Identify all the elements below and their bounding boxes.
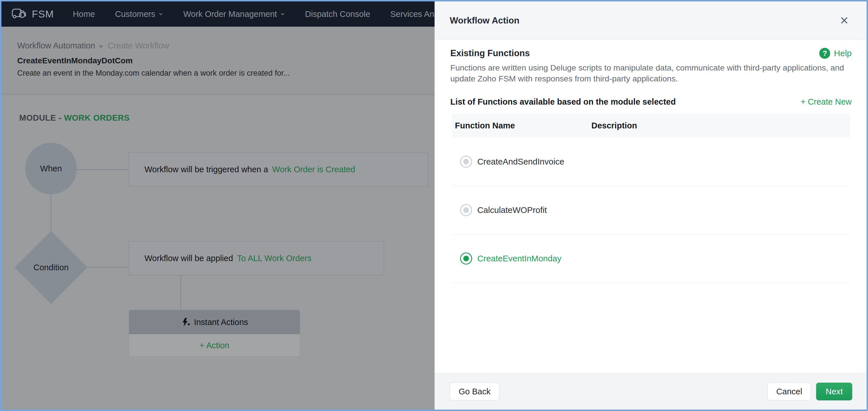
- add-action-label: + Action: [199, 341, 229, 350]
- breadcrumb: Workflow Automation ▸ Create Workflow: [17, 27, 435, 51]
- applied-value-link[interactable]: To ALL Work Orders: [237, 254, 312, 263]
- page-header: Workflow Automation ▸ Create Workflow Cr…: [1, 27, 435, 94]
- create-new-link[interactable]: + Create New: [801, 97, 852, 106]
- connector-condition-applied: [87, 267, 128, 268]
- nav-item-home[interactable]: Home: [73, 9, 95, 19]
- panel-title: Workflow Action: [450, 15, 520, 26]
- main-page-dimmed: FSM Home Customers Work Order Management…: [1, 1, 435, 410]
- when-node[interactable]: When: [25, 143, 77, 194]
- instant-actions-title: Instant Actions: [194, 318, 248, 327]
- radio-button[interactable]: [460, 253, 472, 264]
- nav-item-label: Services And: [390, 9, 435, 19]
- instant-actions-box: Instant Actions + Action: [129, 310, 300, 357]
- nav-item-services-and[interactable]: Services And: [390, 9, 435, 19]
- chevron-down-icon: [280, 12, 285, 16]
- workflow-name: CreateEventInMondayDotCom: [17, 56, 435, 65]
- list-header-row: List of Functions available based on the…: [450, 97, 852, 106]
- cancel-button[interactable]: Cancel: [767, 383, 811, 401]
- column-description: Description: [591, 121, 637, 130]
- trigger-box[interactable]: Workflow will be triggered when a Work O…: [128, 152, 428, 187]
- breadcrumb-create-workflow: Create Workflow: [108, 41, 169, 51]
- help-link[interactable]: ? Help: [819, 48, 852, 59]
- section-header: Existing Functions ? Help: [450, 48, 852, 59]
- connector-when-trigger: [77, 169, 128, 170]
- section-description: Functions are written using Deluge scrip…: [450, 62, 852, 84]
- next-button[interactable]: Next: [816, 383, 852, 401]
- close-icon[interactable]: ✕: [840, 15, 849, 26]
- when-node-label: When: [40, 164, 62, 173]
- trigger-value-link[interactable]: Work Order is Created: [272, 165, 355, 174]
- go-back-button[interactable]: Go Back: [450, 383, 499, 401]
- function-row-calculate-wo-profit[interactable]: CalculateWOProfit: [452, 186, 850, 234]
- top-navbar: FSM Home Customers Work Order Management…: [1, 1, 435, 27]
- help-question-icon: ?: [819, 48, 830, 59]
- applied-box[interactable]: Workflow will be applied To ALL Work Ord…: [128, 241, 384, 276]
- connector-applied-actions: [180, 276, 181, 311]
- trigger-text: Workflow will be triggered when a: [145, 165, 268, 174]
- workflow-action-panel: Workflow Action ✕ Existing Functions ? H…: [435, 1, 867, 410]
- nav-item-customers[interactable]: Customers: [115, 9, 163, 19]
- module-label: MODULE -: [19, 113, 61, 122]
- function-row-create-event-in-monday[interactable]: CreateEventInMonday: [452, 234, 850, 283]
- condition-label-text: Condition: [34, 263, 69, 272]
- module-line: MODULE - WORK ORDERS: [19, 113, 130, 123]
- chevron-down-icon: [158, 12, 163, 16]
- fsm-van-logo-icon: [11, 7, 27, 21]
- list-title: List of Functions available based on the…: [450, 97, 676, 106]
- function-row-create-and-send-invoice[interactable]: CreateAndSendInvoice: [452, 137, 850, 186]
- breadcrumb-workflow-automation[interactable]: Workflow Automation: [17, 41, 95, 51]
- applied-text: Workflow will be applied: [145, 254, 233, 263]
- panel-header: Workflow Action ✕: [435, 1, 867, 40]
- workflow-description: Create an event in the Monday.com calend…: [17, 69, 435, 78]
- lightning-plus-icon: [181, 318, 190, 327]
- connector-when-condition: [51, 194, 51, 232]
- nav-item-label: Work Order Management: [183, 9, 277, 19]
- nav-item-label: Dispatch Console: [305, 9, 370, 19]
- panel-footer: Go Back Cancel Next: [435, 373, 867, 410]
- help-label: Help: [834, 49, 852, 58]
- functions-table: Function Name Description CreateAndSendI…: [452, 114, 850, 283]
- nav-item-label: Home: [73, 9, 95, 19]
- nav-items: Home Customers Work Order Management Dis…: [73, 9, 435, 19]
- function-name: CreateAndSendInvoice: [477, 157, 564, 166]
- column-function-name: Function Name: [452, 121, 591, 130]
- radio-button[interactable]: [460, 156, 472, 168]
- instant-actions-header: Instant Actions: [129, 310, 300, 334]
- function-name: CalculateWOProfit: [477, 205, 547, 215]
- nav-item-dispatch-console[interactable]: Dispatch Console: [305, 9, 370, 19]
- module-value: WORK ORDERS: [64, 113, 130, 122]
- breadcrumb-separator-icon: ▸: [100, 42, 103, 49]
- functions-table-header: Function Name Description: [452, 114, 850, 137]
- condition-node-label: Condition: [14, 242, 88, 293]
- brand-name: FSM: [32, 8, 54, 20]
- nav-item-work-order-management[interactable]: Work Order Management: [183, 9, 285, 19]
- panel-body: Existing Functions ? Help Functions are …: [435, 40, 867, 373]
- brand[interactable]: FSM: [11, 7, 54, 21]
- app-window: FSM Home Customers Work Order Management…: [0, 0, 868, 411]
- section-title: Existing Functions: [450, 48, 530, 59]
- radio-button[interactable]: [460, 204, 472, 216]
- function-name: CreateEventInMonday: [477, 254, 562, 263]
- nav-item-label: Customers: [115, 9, 155, 19]
- add-action-button[interactable]: + Action: [129, 334, 300, 356]
